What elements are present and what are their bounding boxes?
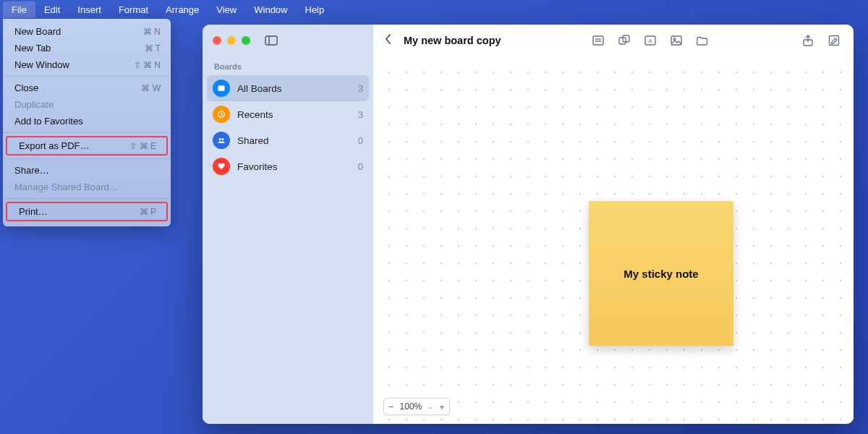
sidebar-item-label: Recents bbox=[237, 109, 351, 120]
svg-text:A: A bbox=[649, 38, 653, 44]
minimize-window-icon[interactable] bbox=[227, 36, 236, 45]
svg-point-5 bbox=[221, 138, 224, 140]
sticky-note[interactable]: My sticky note bbox=[589, 201, 733, 346]
sidebar-item-label: Shared bbox=[237, 135, 351, 146]
menu-item-new-window[interactable]: New Window⇧ ⌘ N bbox=[3, 56, 171, 73]
svg-rect-2 bbox=[218, 85, 225, 91]
board-title: My new board copy bbox=[404, 35, 501, 46]
svg-rect-6 bbox=[593, 36, 603, 45]
heart-icon bbox=[213, 158, 230, 175]
file-tool-icon[interactable] bbox=[694, 33, 710, 48]
back-button[interactable] bbox=[385, 33, 392, 48]
menu-item-close[interactable]: Close⌘ W bbox=[3, 80, 171, 96]
main-area: My new board copy A My sticky note − bbox=[373, 25, 854, 424]
zoom-in-icon[interactable]: + bbox=[439, 401, 445, 412]
action-tools bbox=[800, 33, 842, 48]
edit-icon[interactable] bbox=[826, 33, 842, 48]
svg-point-14 bbox=[673, 38, 676, 40]
svg-rect-16 bbox=[830, 35, 839, 45]
toolbar: My new board copy A bbox=[373, 25, 854, 56]
sticky-note-text: My sticky note bbox=[624, 268, 698, 280]
sidebar: Boards All Boards3Recents3Shared0Favorit… bbox=[203, 25, 373, 424]
menu-edit[interactable]: Edit bbox=[35, 1, 69, 18]
shape-tool-icon[interactable] bbox=[616, 33, 632, 48]
close-window-icon[interactable] bbox=[213, 36, 221, 45]
svg-rect-0 bbox=[265, 36, 277, 45]
board-canvas[interactable]: My sticky note − 100% ⌄ + bbox=[373, 56, 854, 424]
menu-item-share[interactable]: Share… bbox=[3, 162, 171, 179]
insert-tools: A bbox=[590, 33, 710, 48]
zoom-window-icon[interactable] bbox=[242, 36, 250, 45]
menu-item-new-tab[interactable]: New Tab⌘ T bbox=[3, 40, 171, 56]
window-titlebar bbox=[203, 25, 373, 56]
sidebar-item-favorites[interactable]: Favorites0 bbox=[203, 153, 373, 179]
menu-item-duplicate: Duplicate bbox=[3, 96, 171, 113]
sidebar-header: Boards bbox=[203, 56, 373, 75]
zoom-out-icon[interactable]: − bbox=[388, 401, 394, 412]
menu-view[interactable]: View bbox=[208, 1, 245, 18]
board-icon bbox=[213, 80, 230, 97]
menu-item-manage-shared-board: Manage Shared Board… bbox=[3, 179, 171, 195]
zoom-level[interactable]: 100% bbox=[400, 401, 422, 412]
sidebar-item-recents[interactable]: Recents3 bbox=[203, 101, 373, 127]
file-menu-dropdown: New Board⌘ NNew Tab⌘ TNew Window⇧ ⌘ NClo… bbox=[3, 19, 171, 226]
menu-help[interactable]: Help bbox=[297, 1, 333, 18]
sidebar-item-count: 3 bbox=[358, 109, 363, 120]
zoom-control[interactable]: − 100% ⌄ + bbox=[383, 398, 450, 415]
menu-window[interactable]: Window bbox=[245, 1, 296, 18]
traffic-lights bbox=[213, 36, 250, 45]
sidebar-item-shared[interactable]: Shared0 bbox=[203, 127, 373, 153]
menu-format[interactable]: Format bbox=[110, 1, 157, 18]
people-icon bbox=[213, 132, 230, 149]
app-window: Boards All Boards3Recents3Shared0Favorit… bbox=[203, 25, 854, 424]
sidebar-item-count: 0 bbox=[358, 135, 363, 146]
note-tool-icon[interactable] bbox=[590, 33, 606, 48]
sidebar-item-label: Favorites bbox=[237, 161, 351, 172]
menu-item-add-to-favorites[interactable]: Add to Favorites bbox=[3, 113, 171, 129]
menu-arrange[interactable]: Arrange bbox=[157, 1, 208, 18]
sidebar-item-count: 3 bbox=[358, 83, 363, 94]
menu-item-export-as-pdf[interactable]: Export as PDF…⇧ ⌘ E bbox=[7, 137, 166, 154]
clock-icon bbox=[213, 106, 230, 123]
menu-item-new-board[interactable]: New Board⌘ N bbox=[3, 23, 171, 40]
menu-insert[interactable]: Insert bbox=[69, 1, 110, 18]
menubar: File Edit Insert Format Arrange View Win… bbox=[0, 0, 868, 19]
svg-point-4 bbox=[219, 138, 221, 140]
menu-file[interactable]: File bbox=[3, 1, 35, 18]
image-tool-icon[interactable] bbox=[668, 33, 684, 48]
sidebar-toggle-icon[interactable] bbox=[262, 33, 281, 48]
sidebar-item-label: All Boards bbox=[237, 83, 351, 94]
svg-rect-13 bbox=[671, 36, 681, 45]
sidebar-item-all-boards[interactable]: All Boards3 bbox=[207, 75, 369, 101]
sidebar-item-count: 0 bbox=[358, 161, 363, 172]
share-icon[interactable] bbox=[800, 33, 816, 48]
text-tool-icon[interactable]: A bbox=[642, 33, 658, 48]
zoom-chevron-icon[interactable]: ⌄ bbox=[427, 403, 433, 410]
menu-item-print[interactable]: Print…⌘ P bbox=[7, 203, 166, 220]
